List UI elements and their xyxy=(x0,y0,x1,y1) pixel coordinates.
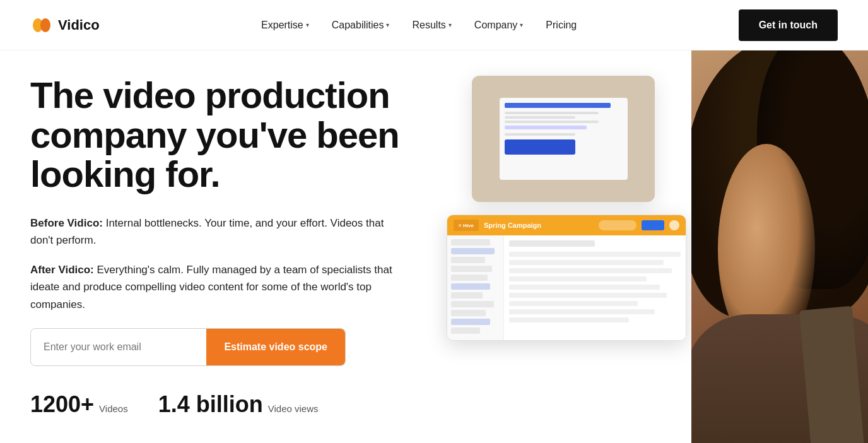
laptop-screenshot xyxy=(472,76,655,202)
svg-point-2 xyxy=(40,18,50,32)
stat-videos: 1200+ Videos xyxy=(30,391,128,418)
main-content: The video production company you've been… xyxy=(0,50,868,443)
nav-expertise[interactable]: Expertise ▾ xyxy=(261,20,309,31)
get-in-touch-button[interactable]: Get in touch xyxy=(739,9,838,41)
estimate-button[interactable]: Estimate video scope xyxy=(206,329,345,365)
email-input[interactable] xyxy=(31,329,206,365)
nav-capabilities[interactable]: Capabilities ▾ xyxy=(332,20,390,31)
hero-left: The video production company you've been… xyxy=(30,76,434,443)
nav-links: Expertise ▾ Capabilities ▾ Results ▾ Com… xyxy=(261,20,577,31)
before-after-section: Before Vidico: Internal bottlenecks. You… xyxy=(30,215,409,313)
email-form: Estimate video scope xyxy=(30,328,346,366)
brand-name: Vidico xyxy=(58,17,100,33)
nav-results[interactable]: Results ▾ xyxy=(412,20,451,31)
hero-headline: The video production company you've been… xyxy=(30,76,409,194)
hero-right: ≡ Hive Spring Campaign xyxy=(434,76,838,443)
chevron-down-icon: ▾ xyxy=(306,21,309,28)
after-text: After Vidico: Everything's calm. Fully m… xyxy=(30,261,409,313)
person-photo xyxy=(691,50,868,443)
chevron-down-icon: ▾ xyxy=(386,21,389,28)
hive-screenshot: ≡ Hive Spring Campaign xyxy=(447,215,686,341)
nav-pricing[interactable]: Pricing xyxy=(546,20,577,31)
stat-views-label: Video views xyxy=(268,403,319,414)
stat-views: 1.4 billion Video views xyxy=(158,391,319,418)
stats-section: 1200+ Videos 1.4 billion Video views xyxy=(30,391,409,418)
nav-company[interactable]: Company ▾ xyxy=(474,20,523,31)
before-text: Before Vidico: Internal bottlenecks. You… xyxy=(30,215,409,249)
navbar: Vidico Expertise ▾ Capabilities ▾ Result… xyxy=(0,0,868,50)
stat-videos-number: 1200+ xyxy=(30,391,94,418)
stat-videos-label: Videos xyxy=(99,403,128,414)
chevron-down-icon: ▾ xyxy=(520,21,523,28)
chevron-down-icon: ▾ xyxy=(449,21,452,28)
logo[interactable]: Vidico xyxy=(30,14,100,37)
stat-views-number: 1.4 billion xyxy=(158,391,263,418)
logo-icon xyxy=(30,14,53,37)
